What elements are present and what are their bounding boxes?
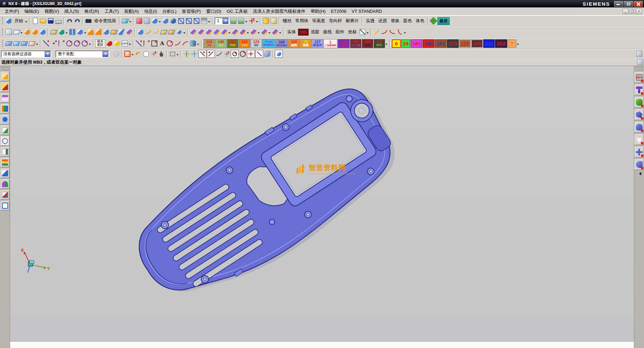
move-face-button[interactable]: [190, 28, 197, 36]
measure-distance-button[interactable]: [262, 17, 270, 25]
snap-rotate-point-button[interactable]: [191, 50, 198, 58]
new-file-button[interactable]: [32, 17, 39, 25]
graphics-window[interactable]: 智造资料网 INTELLIGENT MANUFACTURING DATA X Y: [10, 66, 634, 348]
wear-plate-button[interactable]: 耐磨片: [344, 17, 361, 25]
menu-insert[interactable]: 插入(S): [62, 8, 81, 15]
conic-button[interactable]: [81, 40, 88, 47]
wrap-geometry-button[interactable]: [168, 28, 175, 36]
join-curve-button[interactable]: [388, 28, 396, 36]
face-color-button[interactable]: 面色: [402, 17, 414, 25]
snap-point-on-curve-button[interactable]: [207, 50, 215, 58]
web-browser-button[interactable]: [1, 126, 9, 135]
chevron-down-icon[interactable]: [208, 21, 210, 24]
snap-existing-point-button[interactable]: [247, 50, 255, 58]
combo-arrow-icon[interactable]: [45, 51, 50, 57]
assembly-navigator-button[interactable]: [1, 72, 9, 81]
arc-button[interactable]: [58, 40, 65, 47]
layer-button-29[interactable]: 29: [401, 39, 410, 48]
interference-solid-button[interactable]: [106, 40, 113, 47]
layer-button-6[interactable]: 6: [392, 39, 401, 48]
nx-start-icon[interactable]: [5, 17, 12, 25]
chevron-down-icon[interactable]: [129, 44, 131, 46]
quick-pick-button[interactable]: [142, 50, 150, 58]
hole-button[interactable]: [39, 28, 46, 36]
delete-face-button[interactable]: [231, 28, 239, 36]
copy-icon[interactable]: COPY: [121, 40, 128, 47]
swept-button[interactable]: [5, 40, 12, 47]
line-button[interactable]: [42, 40, 50, 47]
command-finder-button[interactable]: 命令查找器: [92, 17, 118, 25]
chevron-down-icon[interactable]: [159, 21, 161, 24]
studio-surface-button[interactable]: [28, 40, 36, 47]
material-button-a3[interactable]: 124A3: [203, 39, 215, 48]
screws-button[interactable]: 螺丝: [281, 17, 293, 25]
layer-button-211[interactable]: 211: [483, 39, 495, 48]
material-button-vt-standard[interactable]: 199VT标准件: [338, 39, 350, 48]
guide-pillar-button[interactable]: 导向杆: [327, 17, 344, 25]
menu-assemblies[interactable]: 装配(A): [121, 8, 141, 15]
constraint-navigator-button[interactable]: [1, 82, 9, 92]
offset-region-button[interactable]: [205, 28, 213, 36]
wcs-display-button[interactable]: [248, 17, 256, 25]
chevron-down-icon[interactable]: [404, 32, 406, 35]
layer-button-195[interactable]: 195: [471, 39, 483, 48]
chevron-down-icon[interactable]: [228, 32, 230, 35]
chevron-down-icon[interactable]: [21, 32, 23, 35]
chevron-down-icon[interactable]: [197, 44, 199, 46]
layer-visible-in-view-button[interactable]: [237, 17, 245, 25]
curve-button[interactable]: 曲线: [321, 28, 334, 36]
visualization-button[interactable]: [1, 158, 9, 167]
chevron-down-icon[interactable]: [247, 32, 249, 35]
menu-custom-standard-parts[interactable]: 流浪人异乡国度汽模标准件: [250, 8, 308, 15]
extrude-button[interactable]: [24, 28, 31, 36]
menu-et2008[interactable]: ET2008: [328, 8, 349, 14]
open-file-button[interactable]: [39, 17, 47, 25]
material-button-secondary-standard[interactable]: 1二次标准件: [324, 39, 337, 48]
contour-sleeve-button[interactable]: 等高套: [310, 17, 327, 25]
menu-analysis[interactable]: 分析(L): [160, 8, 179, 15]
menu-preferences[interactable]: 首选项(P): [179, 8, 203, 15]
palette-ejector-pin-button[interactable]: [635, 134, 644, 145]
pattern-feature-button[interactable]: [69, 28, 76, 36]
menu-window[interactable]: 窗口(O): [203, 8, 224, 15]
sew-button[interactable]: [160, 28, 167, 36]
reuse-library-button[interactable]: [1, 104, 9, 113]
replace-face-button[interactable]: [221, 28, 228, 36]
datum-plane-button[interactable]: [13, 28, 20, 36]
replace-button[interactable]: 替换: [389, 17, 401, 25]
system-materials-button[interactable]: [1, 147, 9, 156]
text-button[interactable]: A: [158, 40, 166, 47]
block-button[interactable]: [76, 28, 84, 36]
trim-body-button[interactable]: [118, 28, 125, 36]
body-color-button[interactable]: 体色: [414, 17, 426, 25]
chevron-down-icon[interactable]: [66, 32, 68, 35]
layer-button-125[interactable]: 125: [459, 39, 471, 48]
palette-key-part-button[interactable]: KEY: [635, 72, 644, 83]
screen-capture-button[interactable]: 截屏: [438, 17, 450, 25]
format-paint-button[interactable]: [121, 17, 129, 25]
layer-button-202[interactable]: 202: [495, 39, 507, 48]
restore-display-button[interactable]: 还原: [377, 17, 389, 25]
split-body-button[interactable]: [126, 28, 133, 36]
rail-drag-handle[interactable]: [1, 67, 9, 70]
layer-button-161[interactable]: 161: [435, 39, 447, 48]
snap-tangent-button[interactable]: [215, 50, 223, 58]
chevron-down-icon[interactable]: [36, 44, 38, 46]
material-button-standard-part[interactable]: 127标准件: [312, 39, 323, 48]
save-button[interactable]: [47, 17, 54, 25]
palette-screw-button[interactable]: [635, 84, 644, 95]
grab-hand-button[interactable]: [158, 50, 165, 58]
layer-settings-button[interactable]: [230, 17, 237, 25]
chevron-down-icon[interactable]: [517, 44, 519, 46]
project-curve-button[interactable]: [396, 28, 404, 36]
through-curve-mesh-button[interactable]: [13, 40, 20, 47]
chevron-down-icon[interactable]: [177, 54, 179, 57]
chevron-down-icon[interactable]: [385, 44, 387, 46]
studio-spline-button[interactable]: [166, 40, 174, 47]
copy-face-button[interactable]: [239, 28, 247, 36]
circle-button[interactable]: [66, 40, 73, 47]
chevron-down-icon[interactable]: [256, 21, 258, 24]
rectangle-select-button[interactable]: [169, 50, 176, 58]
draft-button[interactable]: [110, 28, 118, 36]
start-menu-button[interactable]: 开始: [13, 17, 25, 25]
